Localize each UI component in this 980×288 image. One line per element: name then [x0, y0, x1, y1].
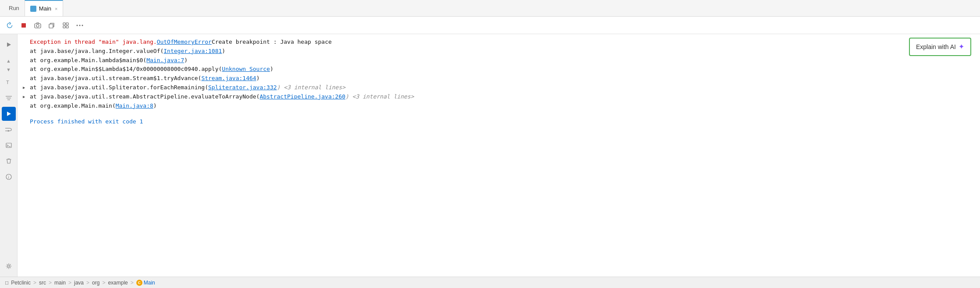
svg-rect-7 [66, 26, 68, 28]
tab-main-label: Main [39, 5, 51, 12]
unknown-source-link[interactable]: Unknown Source [222, 65, 270, 74]
svg-point-9 [79, 25, 81, 26]
expand-btn-1 [23, 38, 28, 46]
more-button[interactable] [74, 19, 86, 32]
line7-prefix: at java.base/java.util.stream.AbstractPi… [30, 92, 259, 102]
line5-prefix: at java.base/java.util.stream.Stream$1.t… [30, 74, 201, 83]
rerun-icon [6, 22, 13, 29]
stop-button[interactable] [18, 19, 30, 32]
line7-internal: ) <3 internal lines> [345, 92, 414, 102]
process-finished-line: Process finished with exit code 1 [23, 117, 975, 126]
breadcrumb-src[interactable]: src [39, 280, 46, 286]
sidebar-active-icon[interactable] [2, 107, 16, 121]
main-java-8-link[interactable]: Main.java:8 [116, 102, 153, 111]
console-line-6: ▶ at java.base/java.util.Spliterator.for… [23, 83, 975, 92]
breadcrumb-java[interactable]: java [74, 280, 84, 286]
expand-btn-2 [23, 47, 28, 55]
sidebar-settings-icon[interactable] [2, 259, 16, 273]
integer-java-link[interactable]: Integer.java:1081 [163, 47, 222, 56]
tab-bar: Run Main × [0, 0, 980, 17]
breadcrumb-main[interactable]: main [54, 280, 66, 286]
info-icon: i [6, 174, 12, 180]
line2-prefix: at java.base/java.lang.Integer.valueOf( [30, 47, 163, 56]
file-icon [30, 6, 36, 12]
export-button[interactable] [60, 19, 72, 32]
scroll-up-arrow[interactable]: ▲ [6, 57, 11, 65]
breadcrumb-class-label: Main [144, 280, 155, 286]
sidebar-terminal-icon[interactable] [2, 138, 16, 152]
sidebar-format-icon[interactable]: T [2, 75, 16, 89]
breadcrumb-classname[interactable]: C Main [136, 280, 155, 286]
abstract-pipeline-link[interactable]: AbstractPipeline.java:260 [259, 92, 345, 102]
breadcrumb-project[interactable]: Petclinic [11, 280, 31, 286]
tab-main[interactable]: Main × [25, 0, 64, 16]
more-icon [76, 25, 83, 26]
expand-btn-5 [23, 74, 28, 82]
console-line-3: at org.example.Main.lambda$main$0(Main.j… [23, 56, 975, 65]
settings-gear-icon [6, 263, 12, 269]
sidebar-filter-icon[interactable] [2, 91, 16, 105]
svg-point-2 [36, 25, 39, 27]
svg-rect-5 [66, 23, 68, 25]
breadcrumb-checkbox: □ [5, 280, 8, 286]
expand-btn-3 [23, 56, 28, 64]
line4-prefix: at org.example.Main$$Lambda$14/0x0000000… [30, 65, 222, 74]
console-line-5: at java.base/java.util.stream.Stream$1.t… [23, 74, 975, 83]
svg-rect-6 [63, 26, 65, 28]
main-java-7-link[interactable]: Main.java:7 [146, 56, 184, 65]
expand-btn-7[interactable]: ▶ [23, 92, 28, 100]
terminal-icon [6, 142, 12, 148]
scroll-down-arrow[interactable]: ▼ [6, 66, 11, 74]
line6-internal: ) <3 internal lines> [277, 83, 346, 92]
breadcrumb-sep-3: > [68, 280, 71, 286]
export-icon [62, 22, 69, 29]
trash-icon [6, 158, 11, 164]
class-icon: C [136, 280, 142, 286]
toolbar [0, 17, 980, 34]
expand-btn-8 [23, 102, 28, 109]
out-of-memory-link[interactable]: OutOfMemoryError [157, 38, 212, 47]
sidebar-wrap-icon[interactable] [2, 123, 16, 137]
svg-text:i: i [8, 175, 9, 179]
spliterator-java-link[interactable]: Spliterator.java:332 [208, 83, 277, 92]
restore-icon [48, 22, 55, 29]
stream-java-link[interactable]: Stream.java:1464 [201, 74, 256, 83]
breadcrumb-example[interactable]: example [108, 280, 128, 286]
format-icon: T [6, 79, 12, 85]
status-bar: □ Petclinic > src > main > java > org > … [0, 277, 980, 288]
svg-point-10 [82, 25, 83, 26]
line3-suffix: ) [184, 56, 188, 65]
main-content: ▲ ▼ T [0, 34, 980, 277]
screenshot-button[interactable] [32, 19, 44, 32]
svg-rect-0 [21, 23, 26, 28]
filter-icon [6, 95, 12, 101]
console-line-8: at org.example.Main.main(Main.java:8) [23, 102, 975, 111]
svg-point-24 [7, 265, 10, 267]
svg-marker-16 [7, 112, 11, 116]
console-line-2: at java.base/java.lang.Integer.valueOf(I… [23, 47, 975, 56]
svg-text:T: T [6, 80, 9, 85]
play-icon [6, 42, 12, 48]
breadcrumb-sep-1: > [33, 280, 36, 286]
sidebar-info-icon[interactable]: i [2, 170, 16, 184]
breadcrumb-sep-5: > [102, 280, 105, 286]
sidebar-run-icon[interactable] [2, 38, 16, 52]
svg-rect-3 [49, 24, 53, 28]
breadcrumb-org[interactable]: org [92, 280, 99, 286]
restore-button[interactable] [46, 19, 58, 32]
sidebar-delete-icon[interactable] [2, 154, 16, 168]
line5-suffix: ) [256, 74, 260, 83]
tab-run[interactable]: Run [4, 0, 25, 16]
expand-btn-4 [23, 65, 28, 73]
left-sidebar: ▲ ▼ T [0, 34, 18, 277]
exception-suffix: Create breakpoint : Java heap space [212, 38, 332, 47]
console-line-4: at org.example.Main$$Lambda$14/0x0000000… [23, 65, 975, 74]
breadcrumb-sep-4: > [86, 280, 89, 286]
exception-prefix: Exception in thread "main" java.lang. [30, 38, 157, 47]
rerun-button[interactable] [4, 19, 16, 32]
console-line-1: Exception in thread "main" java.lang.Out… [23, 38, 975, 47]
tab-close-button[interactable]: × [55, 6, 57, 11]
breadcrumb-sep-2: > [49, 280, 52, 286]
expand-btn-6[interactable]: ▶ [23, 83, 28, 91]
active-icon [6, 111, 12, 117]
